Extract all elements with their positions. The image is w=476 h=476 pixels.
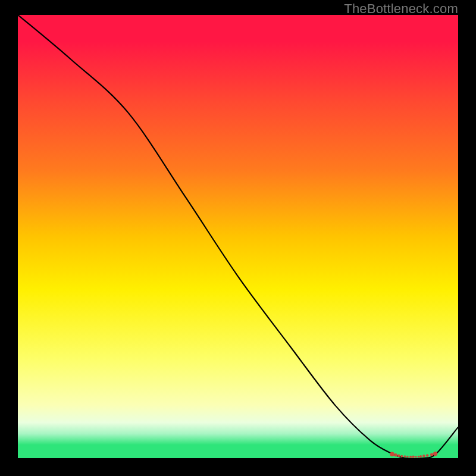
marker-dot <box>426 454 429 457</box>
marker-dot <box>422 455 425 457</box>
bottleneck-chart <box>18 15 458 458</box>
gradient-background <box>18 15 458 458</box>
marker-dot <box>430 453 433 456</box>
marker-dot <box>419 455 422 458</box>
marker-dot <box>400 455 403 458</box>
chart-frame: TheBottleneck.com <box>0 0 476 476</box>
marker-dot <box>418 456 419 458</box>
marker-dot <box>390 452 394 456</box>
marker-dot <box>412 456 414 458</box>
marker-dot <box>404 455 406 458</box>
marker-dot <box>433 452 437 456</box>
marker-dot <box>406 456 408 458</box>
marker-dot <box>397 455 400 458</box>
marker-dot <box>415 456 416 458</box>
marker-dot <box>409 456 412 458</box>
marker-dot <box>394 453 397 456</box>
